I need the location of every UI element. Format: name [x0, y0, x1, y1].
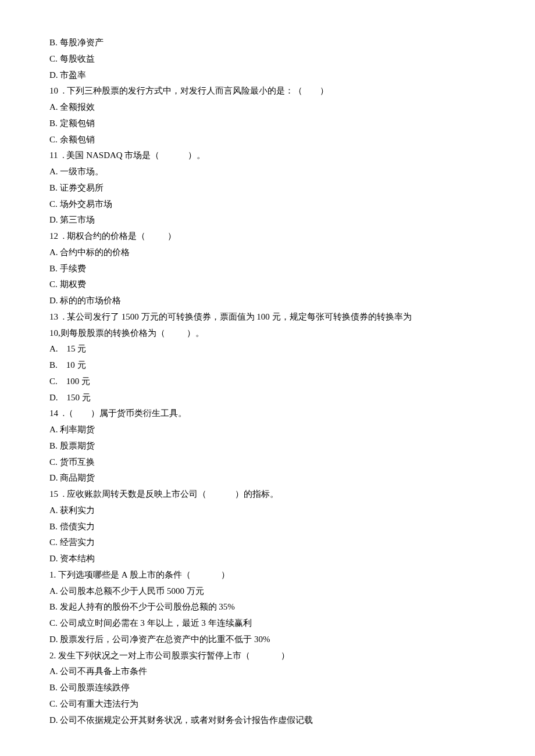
text-line: D. 股票发行后，公司净资产在总资产中的比重不低于 30%: [49, 632, 486, 648]
text-line: A. 获利实力: [49, 503, 486, 519]
text-line: 2. 发生下列状况之一对上市公司股票实行暂停上市（ ）: [49, 648, 486, 664]
text-line: A. 公司股本总额不少于人民币 5000 万元: [49, 583, 486, 600]
text-line: A. 15 元: [49, 341, 486, 357]
text-line: 15 . 应收账款周转天数是反映上市公司（ ）的指标。: [49, 486, 486, 503]
text-line: B. 偿债实力: [49, 519, 486, 535]
text-line: B. 股票期货: [49, 438, 486, 454]
text-line: A. 全额报效: [49, 99, 486, 116]
text-line: B. 每股净资产: [49, 35, 486, 51]
text-line: 12 . 期权合约的价格是（ ）: [49, 228, 486, 245]
text-line: D. 市盈率: [49, 67, 486, 84]
text-line: B. 10 元: [49, 357, 486, 374]
text-line: B. 定额包销: [49, 116, 486, 132]
text-line: A. 合约中标的的价格: [49, 245, 486, 261]
text-line: D. 资本结构: [49, 551, 486, 567]
text-line: 11 . 美国 NASDAQ 市场是（ ）。: [49, 148, 486, 164]
text-line: A. 公司不再具备上市条件: [49, 664, 486, 680]
text-line: B. 证券交易所: [49, 180, 486, 196]
text-line: C. 期权费: [49, 277, 486, 293]
document-content: B. 每股净资产C. 每股收益D. 市盈率10 . 下列三种股票的发行方式中，对…: [49, 35, 486, 728]
text-line: C. 经营实力: [49, 535, 486, 551]
text-line: C. 公司成立时间必需在 3 年以上，最近 3 年连续赢利: [49, 615, 486, 632]
text-line: 1. 下列选项哪些是 A 股上市的条件（ ）: [49, 567, 486, 583]
text-line: C. 每股收益: [49, 51, 486, 67]
text-line: D. 标的的市场价格: [49, 293, 486, 309]
text-line: D. 150 元: [49, 390, 486, 406]
text-line: C. 公司有重大违法行为: [49, 696, 486, 712]
text-line: C. 100 元: [49, 374, 486, 390]
text-line: B. 公司股票连续跌停: [49, 680, 486, 696]
text-line: A. 一级市场。: [49, 164, 486, 180]
text-line: C. 场外交易市场: [49, 196, 486, 213]
text-line: C. 余额包销: [49, 132, 486, 148]
text-line: D. 商品期货: [49, 470, 486, 486]
text-line: B. 发起人持有的股份不少于公司股份总额的 35%: [49, 599, 486, 615]
text-line: 13 . 某公司发行了 1500 万元的可转换债券，票面值为 100 元，规定每…: [49, 309, 486, 325]
text-line: D. 第三市场: [49, 212, 486, 228]
text-line: 10,则每股股票的转换价格为（ ）。: [49, 325, 486, 342]
text-line: A. 利率期货: [49, 422, 486, 438]
text-line: 14 .（ ）属于货币类衍生工具。: [49, 406, 486, 422]
text-line: C. 货币互换: [49, 454, 486, 471]
text-line: D. 公司不依据规定公开其财务状况，或者对财务会计报告作虚假记载: [49, 712, 486, 729]
text-line: B. 手续费: [49, 261, 486, 277]
text-line: 10 . 下列三种股票的发行方式中，对发行人而言风险最小的是：（ ）: [49, 83, 486, 99]
